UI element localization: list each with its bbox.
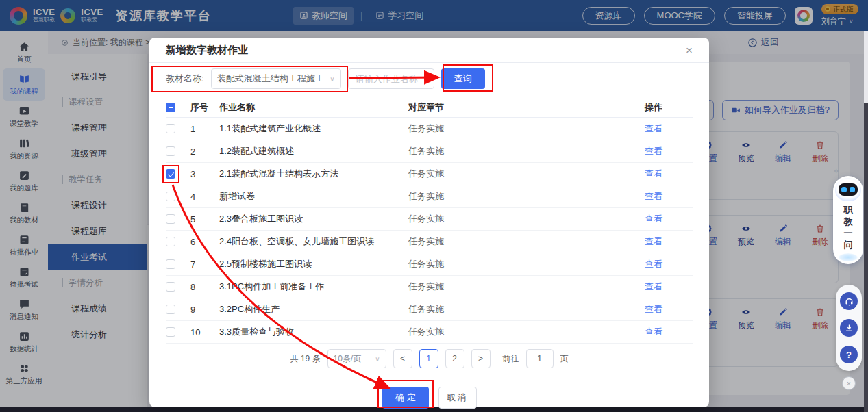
row-no: 3	[190, 169, 219, 179]
floating-toolbar: ? ×	[836, 285, 862, 390]
goto-page-input[interactable]	[526, 349, 554, 368]
column-no: 序号	[190, 101, 219, 114]
homework-name: 2.1装配式混凝土结构表示方法	[219, 168, 408, 180]
view-link[interactable]: 查看	[645, 281, 662, 292]
prev-page-button[interactable]: <	[393, 349, 412, 368]
homework-name: 1.1装配式建筑产业化概述	[219, 123, 408, 135]
select-all-checkbox[interactable]	[166, 103, 175, 112]
scrollbar-thumb[interactable]	[864, 103, 868, 412]
close-icon[interactable]: ×	[686, 44, 693, 56]
table-row: 32.1装配式混凝土结构表示方法任务实施查看	[166, 163, 693, 185]
chapter: 任务实施	[408, 213, 645, 225]
row-checkbox[interactable]	[166, 124, 175, 133]
column-action: 操作	[645, 101, 693, 114]
confirm-button[interactable]: 确定	[382, 387, 429, 409]
homework-name-input[interactable]	[348, 68, 434, 89]
row-no: 7	[190, 259, 219, 270]
textbook-name-label: 教材名称:	[166, 73, 204, 85]
table-header: 序号 作业名称 对应章节 操作	[166, 97, 693, 118]
view-link[interactable]: 查看	[645, 214, 662, 224]
row-no: 2	[190, 146, 219, 157]
column-chapter: 对应章节	[408, 101, 645, 114]
view-link[interactable]: 查看	[645, 304, 662, 314]
textbook-select-value: 装配式混凝土结构工程施工	[217, 73, 324, 85]
table-row: 72.5预制楼梯施工图识读任务实施查看	[166, 253, 693, 276]
total-count: 共 19 条	[290, 353, 320, 365]
row-no: 1	[190, 124, 219, 134]
help-question-icon[interactable]: ?	[840, 346, 858, 363]
homework-name: 3.3质量检查与验收	[219, 326, 408, 338]
chapter: 任务实施	[408, 145, 645, 157]
row-no: 8	[190, 282, 219, 292]
chapter: 任务实施	[408, 190, 645, 203]
row-checkbox[interactable]	[166, 192, 175, 201]
row-no: 6	[190, 237, 219, 247]
chapter: 任务实施	[408, 326, 645, 338]
homework-table: 序号 作业名称 对应章节 操作 11.1装配式建筑产业化概述任务实施查看21.2…	[149, 97, 709, 344]
assistant-widget[interactable]: ✧ 职教一问	[832, 167, 865, 264]
chapter: 任务实施	[408, 258, 645, 270]
chapter: 任务实施	[408, 123, 645, 135]
row-checkbox[interactable]	[166, 259, 175, 269]
wave-decoration	[839, 253, 858, 261]
row-checkbox[interactable]	[166, 214, 175, 224]
table-row: 62.4阳台板、空调板、女儿墙施工图识读任务实施查看	[166, 231, 693, 253]
view-link[interactable]: 查看	[645, 236, 662, 246]
modal-title: 新增数字教材作业	[166, 44, 248, 57]
homework-name: 2.3叠合板施工图识读	[219, 213, 408, 225]
table-row: 21.2装配式建筑概述任务实施查看	[166, 140, 693, 163]
pagination: 共 19 条 10条/页∨ < 12 > 前往 页	[149, 349, 709, 368]
add-digital-textbook-homework-modal: 新增数字教材作业 × 教材名称: 装配式混凝土结构工程施工 ∨ 查询 序号 作业…	[149, 38, 709, 407]
homework-name: 3.2PC构件生产	[219, 303, 408, 316]
modal-footer: 确定 取消	[149, 381, 709, 409]
chapter: 任务实施	[408, 303, 645, 316]
homework-name: 1.2装配式建筑概述	[219, 145, 408, 157]
view-link[interactable]: 查看	[645, 259, 662, 269]
row-no: 4	[190, 192, 219, 202]
table-row: 93.2PC构件生产任务实施查看	[166, 298, 693, 321]
table-body: 11.1装配式建筑产业化概述任务实施查看21.2装配式建筑概述任务实施查看32.…	[166, 118, 693, 344]
row-checkbox[interactable]	[166, 169, 175, 179]
column-name: 作业名称	[219, 101, 408, 114]
page-button-2[interactable]: 2	[445, 349, 464, 368]
homework-name: 新增试卷	[219, 190, 408, 203]
download-icon[interactable]	[840, 319, 858, 337]
homework-name: 3.1PC构件加工前准备工作	[219, 281, 408, 293]
row-no: 5	[190, 214, 219, 224]
page-size-select[interactable]: 10条/页∨	[327, 349, 386, 368]
page: iCVE 智慧职教 iCVE 职教云 资源库教学平台 教师空间|学习空间 资源库…	[0, 0, 868, 412]
goto-label: 前往	[503, 353, 519, 365]
close-toolbar-icon[interactable]: ×	[842, 376, 856, 390]
next-page-button[interactable]: >	[471, 349, 491, 368]
table-row: 103.3质量检查与验收任务实施查看	[166, 321, 693, 344]
row-checkbox[interactable]	[166, 146, 175, 156]
view-link[interactable]: 查看	[645, 146, 662, 156]
robot-icon	[835, 178, 861, 201]
view-link[interactable]: 查看	[645, 326, 662, 337]
textbook-select[interactable]: 装配式混凝土结构工程施工 ∨	[211, 68, 341, 89]
table-row: 52.3叠合板施工图识读任务实施查看	[166, 208, 693, 231]
page-buttons: 12	[419, 349, 464, 368]
sparkle-icon: ✧	[833, 167, 839, 176]
modal-header: 新增数字教材作业 ×	[149, 38, 709, 62]
table-row: 4新增试卷任务实施查看	[166, 185, 693, 208]
view-link[interactable]: 查看	[645, 168, 662, 179]
view-link[interactable]: 查看	[645, 191, 662, 201]
table-row: 11.1装配式建筑产业化概述任务实施查看	[166, 118, 693, 140]
goto-suffix: 页	[560, 353, 569, 365]
chevron-down-icon: ∨	[330, 75, 334, 83]
utility-pill: ?	[836, 285, 862, 371]
homework-name: 2.5预制楼梯施工图识读	[219, 258, 408, 270]
search-button[interactable]: 查询	[441, 68, 485, 89]
view-link[interactable]: 查看	[645, 123, 662, 133]
page-button-1[interactable]: 1	[419, 349, 438, 368]
row-checkbox[interactable]	[166, 305, 175, 314]
row-checkbox[interactable]	[166, 327, 175, 337]
row-checkbox[interactable]	[166, 282, 175, 292]
cancel-button[interactable]: 取消	[438, 387, 477, 409]
support-headset-icon[interactable]	[840, 292, 858, 310]
table-row: 83.1PC构件加工前准备工作任务实施查看	[166, 276, 693, 298]
assistant-pill[interactable]: 职教一问	[833, 176, 863, 264]
chapter: 任务实施	[408, 235, 645, 248]
row-checkbox[interactable]	[166, 237, 175, 246]
